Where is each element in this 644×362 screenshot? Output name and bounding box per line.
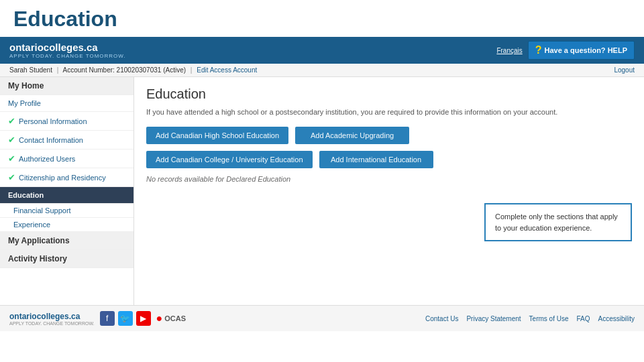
sidebar: My Home My Profile ✔ Personal Informatio… [0,77,134,305]
account-bar: Sarah Student | Account Number: 21002030… [0,64,644,77]
header-right: Français ? Have a question? HELP [496,41,635,60]
sidebar-item-personal-info[interactable]: ✔ Personal Information [0,112,133,131]
my-applications-label: My Applications [8,236,70,245]
edit-account-link[interactable]: Edit Access Account [197,66,257,74]
sidebar-item-my-applications[interactable]: My Applications [0,232,133,250]
content-title: Education [146,86,632,102]
privacy-statement-link[interactable]: Privacy Statement [466,315,521,322]
sidebar-item-financial-support[interactable]: Financial Support [0,204,133,218]
main-layout: My Home My Profile ✔ Personal Informatio… [0,77,644,305]
ocas-bullet: ● [156,312,163,324]
tooltip-box: Complete only the sections that apply to… [484,203,632,241]
user-name: Sarah Student [9,66,52,74]
my-profile-label: My Profile [8,99,41,107]
sidebar-item-citizenship[interactable]: ✔ Citizenship and Residency [0,168,133,187]
sidebar-item-my-home[interactable]: My Home [0,77,133,95]
citizenship-label: Citizenship and Residency [19,174,106,182]
sidebar-item-activity-history[interactable]: Activity History [0,250,133,268]
site-tagline: APPLY TODAY. CHANGE TOMORROW. [9,53,126,59]
sidebar-item-contact-info[interactable]: ✔ Contact Information [0,131,133,149]
check-icon: ✔ [8,154,15,164]
add-college-university-button[interactable]: Add Canadian College / University Educat… [146,151,313,168]
contact-us-link[interactable]: Contact Us [425,315,458,322]
contact-info-label: Contact Information [19,136,83,144]
account-status: (Active) [163,66,186,74]
question-icon: ? [535,44,542,56]
site-logo: ontariocolleges.ca APPLY TODAY. CHANGE T… [9,42,126,59]
footer-logo: ontariocolleges.ca APPLY TODAY. CHANGE T… [9,312,95,326]
education-btn-row-2: Add Canadian College / University Educat… [146,151,632,168]
site-name: ontariocolleges.ca [9,42,126,53]
financial-support-label: Financial Support [13,206,71,215]
account-number-label: Account Number: [63,66,115,74]
ocas-label: OCAS [164,314,186,322]
francais-link[interactable]: Français [496,47,522,54]
activity-history-label: Activity History [8,254,67,263]
my-home-label: My Home [8,81,44,90]
footer-tagline: APPLY TODAY. CHANGE TOMORROW. [9,321,95,326]
account-info: Sarah Student | Account Number: 21002030… [9,66,257,74]
faq-link[interactable]: FAQ [577,315,590,322]
footer: ontariocolleges.ca APPLY TODAY. CHANGE T… [0,305,644,331]
sidebar-item-education[interactable]: Education [0,187,133,204]
education-label: Education [8,191,44,199]
ocas-logo: ● OCAS [156,312,186,324]
help-label: Have a question? HELP [545,46,627,54]
terms-of-use-link[interactable]: Terms of Use [529,315,569,322]
education-btn-row-1: Add Canadian High School Education Add A… [146,127,632,144]
account-number: 210020307031 [117,66,162,74]
facebook-icon[interactable]: f [100,311,115,326]
logout-button[interactable]: Logout [614,66,635,74]
tooltip-text: Complete only the sections that apply to… [495,213,618,232]
youtube-icon[interactable]: ▶ [136,311,151,326]
sidebar-item-my-profile[interactable]: My Profile [0,95,133,112]
twitter-icon[interactable]: 🐦 [118,311,133,326]
content-description: If you have attended a high school or a … [146,107,632,117]
social-icons: f 🐦 ▶ [100,311,151,326]
content-area: Education If you have attended a high sc… [134,77,644,305]
help-button[interactable]: ? Have a question? HELP [528,41,635,60]
footer-left: ontariocolleges.ca APPLY TODAY. CHANGE T… [9,311,186,326]
experience-label: Experience [13,221,50,229]
header-bar: ontariocolleges.ca APPLY TODAY. CHANGE T… [0,37,644,64]
check-icon: ✔ [8,135,15,145]
no-records-text: No records available for Declared Educat… [146,175,632,183]
accessibility-link[interactable]: Accessibility [598,315,635,322]
personal-info-label: Personal Information [19,117,87,125]
check-icon: ✔ [8,172,15,182]
footer-links: Contact Us Privacy Statement Terms of Us… [425,315,635,322]
check-icon: ✔ [8,116,15,126]
sidebar-item-authorized-users[interactable]: ✔ Authorized Users [0,149,133,168]
add-academic-upgrading-button[interactable]: Add Academic Upgrading [295,127,409,144]
authorized-users-label: Authorized Users [19,155,75,163]
footer-site-name: ontariocolleges.ca [9,312,95,321]
add-international-button[interactable]: Add International Education [319,151,433,168]
add-high-school-button[interactable]: Add Canadian High School Education [146,127,288,144]
page-title: Education [0,0,644,37]
sidebar-item-experience[interactable]: Experience [0,218,133,232]
